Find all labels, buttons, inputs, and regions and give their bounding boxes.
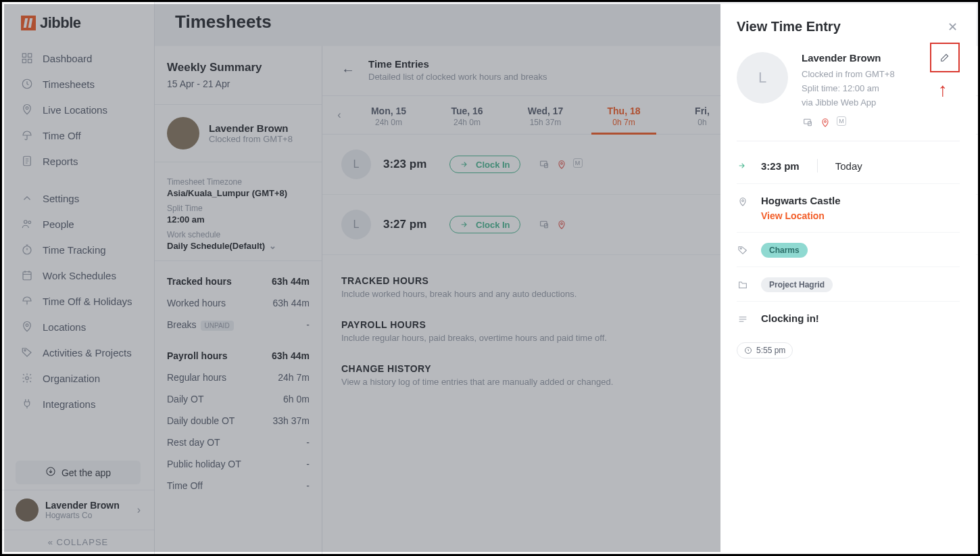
avatar: L — [737, 52, 788, 103]
view-location-link[interactable]: View Location — [761, 210, 960, 221]
project-tag: Project Hagrid — [761, 277, 833, 292]
timestamp-text: 5:55 pm — [756, 346, 785, 355]
panel-user-line: Clocked in from GMT+8 — [802, 68, 895, 82]
entry-day: Today — [835, 160, 862, 172]
entry-time: 3:23 pm — [761, 160, 800, 172]
tag-icon — [737, 245, 749, 256]
location-name: Hogwarts Castle — [761, 195, 960, 206]
panel-user-line: via Jibble Web App — [802, 96, 895, 110]
avatar-initial: L — [758, 69, 766, 87]
panel-title: View Time Entry — [737, 19, 841, 34]
timestamp-pill: 5:55 pm — [737, 342, 793, 358]
pin-icon — [819, 116, 831, 129]
note-icon — [737, 314, 749, 325]
m-badge-icon: M — [837, 116, 846, 126]
view-time-entry-panel: View Time Entry ✕ L Lavender Brown Clock… — [720, 4, 976, 552]
svg-point-23 — [825, 121, 827, 123]
edit-button[interactable] — [930, 43, 960, 72]
detail-time: 3:23 pm Today — [737, 148, 960, 184]
panel-user-name: Lavender Brown — [802, 52, 895, 64]
note-text: Clocking in! — [761, 312, 960, 324]
activity-tag: Charms — [761, 243, 808, 258]
panel-user-line: Split time: 12:00 am — [802, 82, 895, 96]
detail-note: Clocking in! — [737, 302, 960, 335]
detail-project: Project Hagrid — [737, 267, 960, 302]
detail-activity: Charms — [737, 233, 960, 267]
arrow-in-icon — [737, 160, 749, 171]
detail-location: Hogwarts Castle View Location — [737, 184, 960, 233]
svg-point-24 — [742, 200, 744, 202]
folder-icon — [737, 279, 749, 290]
close-button[interactable]: ✕ — [945, 20, 960, 34]
svg-point-25 — [740, 248, 741, 250]
annotation-arrow-icon: ↑ — [938, 79, 948, 101]
pin-icon — [737, 196, 749, 207]
device-icon — [802, 116, 814, 129]
